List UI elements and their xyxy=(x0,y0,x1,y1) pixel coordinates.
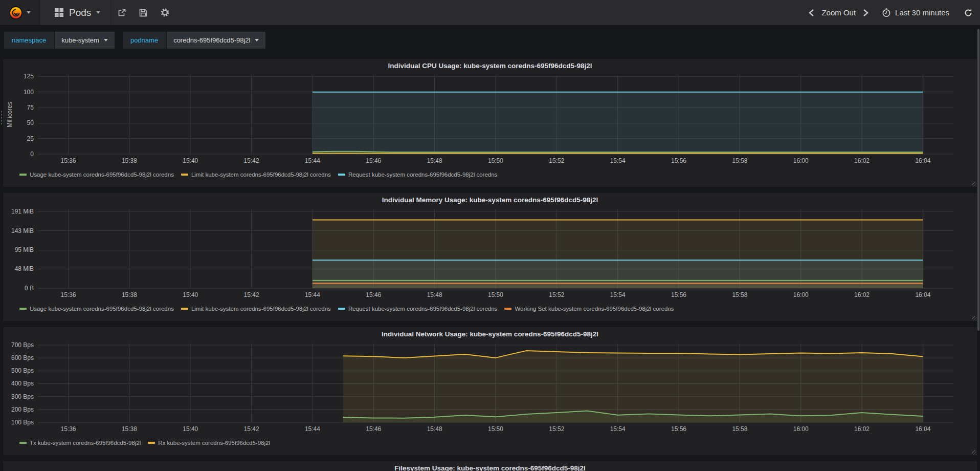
panel-network-usage: Individual Network Usage: kube-system co… xyxy=(3,327,977,455)
legend-series-label: Rx kube-system coredns-695f96dcd5-98j2l xyxy=(158,440,270,446)
time-range-picker[interactable]: Last 30 minutes xyxy=(882,8,949,17)
legend-series-label: Limit kube-system coredns-695f96dcd5-98j… xyxy=(191,306,331,312)
svg-text:500 Bps: 500 Bps xyxy=(11,367,34,374)
variable-podname: podname coredns-695f96dcd5-98j2l xyxy=(123,32,266,49)
svg-text:15:40: 15:40 xyxy=(183,157,198,164)
svg-text:600 Bps: 600 Bps xyxy=(11,354,34,361)
grafana-logo-icon xyxy=(9,6,23,20)
chart-legend: Tx kube-system coredns-695f96dcd5-98j2lR… xyxy=(19,440,975,446)
svg-text:15:52: 15:52 xyxy=(549,425,564,433)
svg-text:15:58: 15:58 xyxy=(732,157,747,164)
dashboard-title: Pods xyxy=(69,7,91,18)
panel-title[interactable]: Individual Memory Usage: kube-system cor… xyxy=(5,193,975,206)
time-range-label: Last 30 minutes xyxy=(895,8,949,17)
svg-text:15:58: 15:58 xyxy=(732,291,747,298)
svg-text:15:42: 15:42 xyxy=(244,291,259,298)
legend-series-color-dash xyxy=(19,442,27,444)
legend-series-label: Request kube-system coredns-695f96dcd5-9… xyxy=(348,172,498,178)
legend-series-color-dash xyxy=(19,174,27,176)
refresh-button[interactable] xyxy=(964,8,973,17)
panel-memory-usage: Individual Memory Usage: kube-system cor… xyxy=(3,193,977,321)
chart-legend: Usage kube-system coredns-695f96dcd5-98j… xyxy=(19,306,975,312)
legend-series-color-dash xyxy=(504,308,511,310)
svg-text:Millicores: Millicores xyxy=(6,102,13,127)
svg-text:15:40: 15:40 xyxy=(183,291,198,298)
dashboard-picker[interactable]: Pods xyxy=(46,0,111,25)
svg-text:15:56: 15:56 xyxy=(671,425,686,433)
variable-namespace-value: kube-system xyxy=(61,36,99,44)
svg-text:15:50: 15:50 xyxy=(488,157,503,164)
panel-title[interactable]: Individual CPU Usage: kube-system coredn… xyxy=(5,59,975,72)
legend-item[interactable]: Request kube-system coredns-695f96dcd5-9… xyxy=(338,306,498,312)
svg-text:300 Bps: 300 Bps xyxy=(11,393,34,400)
svg-text:400 Bps: 400 Bps xyxy=(11,380,34,387)
legend-series-color-dash xyxy=(338,308,345,310)
network-usage-chart[interactable]: 100 Bps200 Bps300 Bps400 Bps500 Bps600 B… xyxy=(5,340,975,439)
legend-item[interactable]: Tx kube-system coredns-695f96dcd5-98j2l xyxy=(19,440,141,446)
legend-item[interactable]: Usage kube-system coredns-695f96dcd5-98j… xyxy=(19,172,174,178)
svg-text:15:50: 15:50 xyxy=(488,425,503,433)
navbar: Pods xyxy=(0,0,980,26)
svg-text:143 MiB: 143 MiB xyxy=(11,227,34,234)
gear-icon xyxy=(160,8,170,17)
svg-text:15:36: 15:36 xyxy=(61,291,76,298)
svg-text:700 Bps: 700 Bps xyxy=(11,341,34,349)
svg-text:100 Bps: 100 Bps xyxy=(11,419,34,426)
legend-series-label: Working Set kube-system coredns-695f96dc… xyxy=(515,306,674,312)
chevron-down-icon xyxy=(96,11,100,14)
legend-item[interactable]: Request kube-system coredns-695f96dcd5-9… xyxy=(338,172,498,178)
svg-text:125: 125 xyxy=(24,73,34,80)
svg-text:191 MiB: 191 MiB xyxy=(11,208,34,215)
svg-text:15:44: 15:44 xyxy=(305,425,320,433)
svg-text:75: 75 xyxy=(27,104,34,111)
svg-text:16:02: 16:02 xyxy=(854,157,870,164)
time-back-button[interactable] xyxy=(809,9,814,17)
svg-text:15:48: 15:48 xyxy=(427,291,442,298)
svg-text:15:38: 15:38 xyxy=(122,425,137,433)
svg-text:16:00: 16:00 xyxy=(793,157,809,164)
chevron-down-icon xyxy=(27,11,31,14)
legend-series-color-dash xyxy=(19,308,27,310)
legend-item[interactable]: Working Set kube-system coredns-695f96dc… xyxy=(504,306,674,312)
svg-text:48 MiB: 48 MiB xyxy=(15,265,34,272)
time-forward-button[interactable] xyxy=(863,9,868,17)
svg-text:0: 0 xyxy=(30,151,34,158)
chevron-down-icon xyxy=(104,39,108,41)
memory-usage-chart[interactable]: 0 B48 MiB95 MiB143 MiB191 MiB15:3615:381… xyxy=(5,206,975,305)
svg-text:15:46: 15:46 xyxy=(366,425,381,433)
legend-item[interactable]: Usage kube-system coredns-695f96dcd5-98j… xyxy=(19,306,174,312)
svg-text:16:04: 16:04 xyxy=(915,291,930,298)
svg-text:25: 25 xyxy=(27,135,34,142)
svg-text:15:44: 15:44 xyxy=(305,157,320,164)
cpu-usage-chart[interactable]: 025507510012515:3615:3815:4015:4215:4415… xyxy=(5,72,975,170)
share-button[interactable] xyxy=(111,0,132,25)
variable-namespace-value-dropdown[interactable]: kube-system xyxy=(55,32,115,49)
legend-series-color-dash xyxy=(148,442,155,444)
save-button[interactable] xyxy=(132,0,154,25)
page-scrollbar[interactable] xyxy=(977,29,979,331)
legend-item[interactable]: Limit kube-system coredns-695f96dcd5-98j… xyxy=(181,306,331,312)
variable-podname-label: podname xyxy=(123,32,166,49)
legend-item[interactable]: Limit kube-system coredns-695f96dcd5-98j… xyxy=(181,172,331,178)
legend-series-label: Usage kube-system coredns-695f96dcd5-98j… xyxy=(30,172,174,178)
dashboard-grid-icon xyxy=(54,8,64,17)
legend-series-color-dash xyxy=(181,308,188,310)
variable-podname-value-dropdown[interactable]: coredns-695f96dcd5-98j2l xyxy=(167,32,265,49)
svg-text:15:52: 15:52 xyxy=(549,157,564,164)
svg-text:200 Bps: 200 Bps xyxy=(11,406,34,413)
zoom-out-button[interactable]: Zoom Out xyxy=(821,8,856,17)
variable-namespace-label: namespace xyxy=(4,32,54,49)
svg-text:15:54: 15:54 xyxy=(610,425,626,433)
svg-text:100: 100 xyxy=(24,89,34,96)
panel-title[interactable]: Filesystem Usage: kube-system coredns-69… xyxy=(5,461,975,471)
svg-text:15:52: 15:52 xyxy=(549,291,564,298)
svg-text:15:36: 15:36 xyxy=(61,425,76,433)
legend-series-color-dash xyxy=(338,174,345,176)
svg-text:15:48: 15:48 xyxy=(427,425,442,433)
settings-button[interactable] xyxy=(154,0,175,25)
svg-text:16:04: 16:04 xyxy=(915,157,930,164)
panel-title[interactable]: Individual Network Usage: kube-system co… xyxy=(5,327,975,340)
legend-item[interactable]: Rx kube-system coredns-695f96dcd5-98j2l xyxy=(148,440,270,446)
grafana-menu-button[interactable] xyxy=(0,0,40,25)
svg-text:15:40: 15:40 xyxy=(183,425,198,433)
